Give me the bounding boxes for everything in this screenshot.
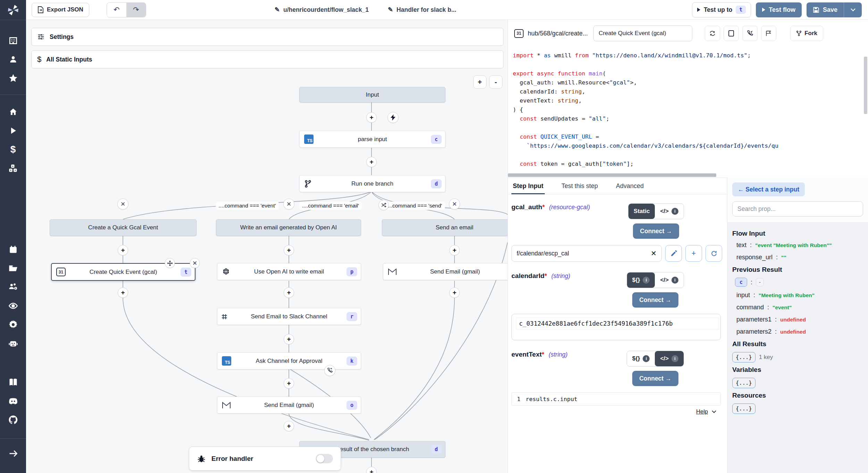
node-ask-channel-for-approval[interactable]: TS Ask Channel for Approval k (217, 352, 361, 369)
phone-incoming-icon[interactable] (742, 26, 758, 41)
node-send-email-gmail[interactable]: Send Email (gmail) o (217, 397, 361, 414)
add-step-button[interactable]: + (284, 245, 294, 255)
redo-button[interactable]: ↷ (126, 3, 146, 17)
branch-header-1[interactable]: Create a Quick Gcal Event (50, 219, 197, 236)
test-flow-button[interactable]: Test flow (756, 2, 802, 17)
edit-summary-pencil-icon[interactable]: ✎ (388, 6, 393, 14)
info-icon[interactable]: i (671, 208, 678, 215)
code-editor[interactable]: import * as wmill from "https://deno.lan… (508, 47, 868, 173)
info-icon[interactable]: i (643, 355, 650, 362)
flag-icon[interactable] (761, 26, 776, 41)
mode-template-button[interactable]: ${} i (627, 351, 655, 366)
node-send-email-to-slack-channel[interactable]: ⌗ Send Email to Slack Channel r (217, 308, 361, 325)
resources-expand-badge[interactable]: {...} (732, 403, 756, 414)
undo-button[interactable]: ↶ (107, 3, 126, 17)
user-icon[interactable] (0, 50, 26, 69)
help-link[interactable]: Help (696, 408, 708, 415)
property-row[interactable]: text:"event "Meeting with Ruben"" (736, 242, 863, 249)
add-resource-button[interactable]: + (685, 245, 702, 262)
swap-branch-icon[interactable] (378, 200, 389, 210)
code-vertical-scrollbar[interactable] (864, 57, 867, 114)
property-row[interactable]: response_url:"" (736, 254, 863, 261)
fork-button[interactable]: Fork (790, 26, 823, 41)
add-step-button[interactable]: + (118, 287, 128, 298)
node-use-openai-to-write-email[interactable]: Use Open AI to write email p (217, 263, 361, 280)
schedules-calendar-icon[interactable] (0, 240, 26, 259)
all-results-expand-badge[interactable]: {...} (732, 352, 756, 362)
select-step-input-button[interactable]: ← Select a step input (732, 182, 805, 196)
info-icon[interactable]: i (671, 277, 678, 284)
add-step-button[interactable]: + (449, 245, 460, 255)
mode-javascript-button[interactable]: </> i (655, 272, 684, 288)
settings-gear-icon[interactable] (0, 315, 26, 334)
add-step-button[interactable]: + (449, 287, 460, 298)
clear-resource-icon[interactable]: ✕ (651, 249, 657, 258)
property-row[interactable]: parameters2:undefined (736, 328, 863, 335)
branch-header-2[interactable]: Write an email generated by Open AI (216, 219, 361, 236)
edit-resource-pencil-button[interactable] (665, 245, 682, 262)
add-step-button[interactable]: + (366, 112, 377, 123)
save-dropdown-button[interactable] (844, 2, 862, 17)
resource-picker-input[interactable]: f/calendar/escp_cal ✕ (511, 245, 662, 262)
add-step-button[interactable]: + (118, 245, 128, 255)
chevron-down-icon[interactable] (711, 410, 717, 413)
resources-cubes-icon[interactable] (0, 159, 26, 178)
reload-icon[interactable] (705, 26, 720, 41)
property-row[interactable]: parameters1:undefined (736, 316, 863, 323)
node-send-email-gmail-branch3[interactable]: Send Email (gmail) (383, 263, 508, 280)
code-horizontal-scrollbar[interactable] (508, 173, 868, 178)
remove-branch-2-button[interactable]: ✕ (283, 198, 294, 210)
windmill-logo-icon[interactable] (0, 0, 26, 20)
step-summary-input[interactable] (593, 25, 692, 41)
property-row[interactable]: command:"event" (736, 304, 863, 311)
workspace-icon[interactable] (0, 31, 26, 50)
export-json-button[interactable]: Export JSON (32, 3, 89, 17)
add-step-button[interactable]: + (284, 378, 294, 389)
expand-sidebar-arrow-icon[interactable] (0, 444, 26, 463)
box-icon[interactable] (724, 26, 739, 41)
test-up-to-button[interactable]: Test up to t (692, 2, 751, 17)
gcal-auth-connect-button[interactable]: Connect → (633, 223, 679, 239)
discord-icon[interactable] (0, 392, 26, 410)
tab-advanced[interactable]: Advanced (615, 178, 645, 194)
node-run-one-branch[interactable]: Run one branch d (299, 175, 445, 192)
runs-icon[interactable] (0, 121, 26, 140)
folders-icon[interactable] (0, 259, 26, 278)
event-text-connect-button[interactable]: Connect → (632, 371, 678, 386)
home-icon[interactable] (0, 103, 26, 121)
info-icon[interactable]: i (671, 355, 678, 362)
save-button[interactable]: Save (807, 2, 844, 17)
tab-test-this-step[interactable]: Test this step (560, 178, 599, 194)
remove-branch-3-button[interactable]: ✕ (449, 198, 460, 210)
ai-robot-icon[interactable] (0, 334, 26, 353)
add-step-button[interactable]: + (284, 421, 294, 431)
calendar-id-textarea[interactable]: c_0312442e881ae6fcf1dec23f54916a389f1c17… (511, 314, 721, 340)
move-node-handle-icon[interactable] (165, 258, 175, 268)
github-icon[interactable] (0, 410, 26, 429)
edit-path-pencil-icon[interactable]: ✎ (275, 6, 280, 14)
add-step-button[interactable]: + (366, 157, 377, 167)
previous-step-id-chip[interactable]: c (735, 278, 747, 287)
event-text-expression-editor[interactable]: 1 results.c.input (511, 392, 721, 406)
delete-node-button[interactable]: ✕ (190, 258, 200, 268)
add-step-button[interactable]: + (284, 334, 294, 344)
groups-icon[interactable] (0, 278, 26, 296)
mode-static-button[interactable]: Static (628, 204, 655, 219)
audit-eye-icon[interactable] (0, 296, 26, 315)
mode-javascript-button[interactable]: </> i (655, 351, 684, 366)
branch-header-3[interactable]: Send an email (382, 219, 508, 236)
collapse-chip[interactable]: - (756, 278, 764, 286)
add-step-button[interactable]: + (284, 287, 294, 298)
favorites-star-icon[interactable] (0, 69, 26, 88)
search-prop-input[interactable] (732, 201, 863, 217)
suspend-approval-phone-icon[interactable] (324, 365, 335, 376)
calendar-id-connect-button[interactable]: Connect → (632, 292, 678, 308)
tab-step-input[interactable]: Step Input (511, 178, 545, 194)
info-icon[interactable]: i (643, 277, 650, 284)
variables-dollar-icon[interactable]: $ (0, 140, 26, 159)
remove-branch-1-button[interactable]: ✕ (117, 198, 128, 210)
node-parse-input[interactable]: TS parse input c (299, 131, 445, 148)
refresh-resource-button[interactable] (706, 245, 722, 262)
flow-input-node[interactable]: Input (299, 87, 445, 103)
error-handler-toggle[interactable] (316, 454, 333, 463)
